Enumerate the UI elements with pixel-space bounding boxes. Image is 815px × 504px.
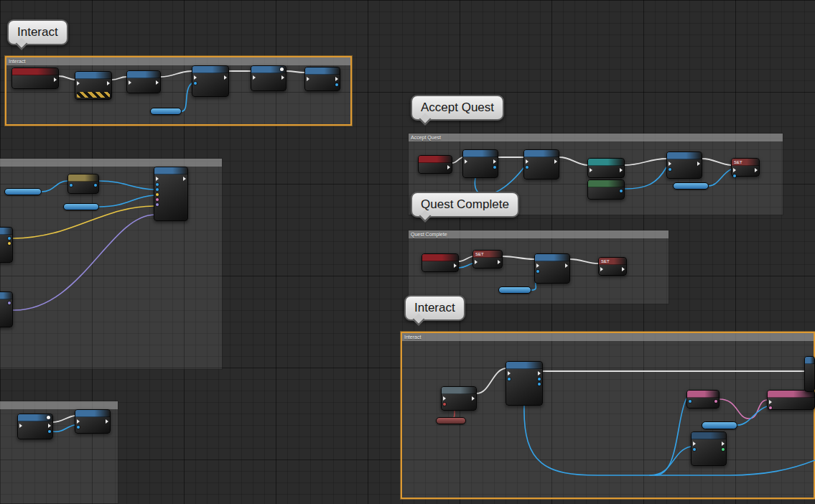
macro-node[interactable] (75, 71, 112, 100)
exec-pin-icon[interactable] (600, 267, 603, 271)
comment-box-title[interactable]: Quest Complete (409, 230, 669, 238)
function-node[interactable] (523, 149, 559, 179)
pure-node[interactable] (686, 390, 719, 409)
comment-box-title[interactable] (0, 401, 118, 409)
function-node[interactable] (192, 65, 229, 97)
variable-pill[interactable] (702, 421, 737, 429)
data-pin-icon[interactable] (722, 448, 725, 451)
function-node[interactable] (767, 390, 815, 410)
data-pin-icon[interactable] (538, 383, 541, 386)
exec-pin-icon[interactable] (475, 260, 478, 264)
exec-pin-icon[interactable] (129, 80, 131, 85)
exec-pin-icon[interactable] (194, 75, 197, 80)
comment-bubble[interactable]: Interact (7, 19, 68, 45)
delegate-pin-icon[interactable] (47, 416, 50, 419)
exec-pin-icon[interactable] (538, 371, 541, 375)
data-pin-icon[interactable] (156, 188, 159, 191)
data-pin-icon[interactable] (8, 242, 11, 245)
exec-pin-icon[interactable] (590, 168, 592, 172)
exec-pin-icon[interactable] (697, 162, 700, 166)
exec-pin-icon[interactable] (224, 75, 227, 80)
exec-pin-icon[interactable] (307, 77, 309, 81)
variable-pill[interactable] (150, 108, 182, 115)
event-node[interactable] (422, 253, 459, 272)
function-node[interactable] (441, 386, 477, 411)
exec-pin-icon[interactable] (443, 396, 446, 401)
set-node[interactable]: SET (598, 257, 627, 276)
comment-bubble[interactable]: Accept Quest (411, 95, 504, 121)
exec-pin-icon[interactable] (472, 396, 475, 401)
data-pin-icon[interactable] (689, 400, 691, 403)
exec-pin-icon[interactable] (156, 80, 159, 85)
comment-box[interactable]: Interact (5, 56, 352, 126)
function-node[interactable] (0, 291, 13, 327)
exec-pin-icon[interactable] (508, 371, 511, 375)
exec-pin-icon[interactable] (755, 168, 758, 172)
exec-pin-icon[interactable] (498, 260, 500, 264)
variable-pill[interactable] (436, 417, 466, 424)
exec-pin-icon[interactable] (565, 263, 568, 268)
comment-box[interactable]: Interact (401, 332, 815, 499)
variable-pill[interactable] (498, 286, 531, 294)
exec-pin-icon[interactable] (48, 424, 51, 428)
exec-pin-icon[interactable] (253, 75, 256, 80)
exec-pin-icon[interactable] (77, 419, 80, 424)
data-pin-icon[interactable] (94, 184, 97, 187)
exec-pin-icon[interactable] (669, 162, 671, 166)
comment-bubble[interactable]: Quest Complete (411, 192, 519, 218)
function-node[interactable] (804, 356, 815, 392)
exec-pin-icon[interactable] (54, 78, 57, 82)
exec-pin-icon[interactable] (620, 168, 623, 172)
comment-bubble[interactable]: Interact (404, 295, 465, 321)
data-pin-icon[interactable] (335, 83, 338, 86)
function-node[interactable] (304, 67, 340, 91)
exec-pin-icon[interactable] (454, 263, 457, 268)
comment-box-title[interactable]: Interact (6, 57, 350, 65)
comment-box-title[interactable] (0, 159, 222, 167)
pure-node[interactable] (67, 174, 99, 194)
exec-pin-icon[interactable] (693, 442, 696, 446)
data-pin-icon[interactable] (156, 203, 159, 206)
data-pin-icon[interactable] (669, 168, 671, 171)
function-node[interactable] (462, 149, 498, 178)
data-pin-icon[interactable] (48, 430, 51, 433)
exec-pin-icon[interactable] (622, 267, 625, 271)
exec-pin-icon[interactable] (77, 81, 80, 85)
data-pin-icon[interactable] (70, 184, 73, 187)
exec-pin-icon[interactable] (493, 159, 496, 164)
event-node[interactable] (418, 155, 452, 174)
exec-pin-icon[interactable] (526, 159, 528, 164)
function-node[interactable] (75, 409, 111, 434)
exec-pin-icon[interactable] (769, 400, 772, 404)
function-node[interactable] (666, 151, 702, 179)
exec-pin-icon[interactable] (447, 165, 450, 169)
exec-pin-icon[interactable] (107, 81, 110, 85)
data-pin-icon[interactable] (693, 448, 696, 451)
function-node[interactable] (0, 227, 13, 263)
variable-pill[interactable] (673, 182, 709, 190)
blueprint-graph-canvas[interactable]: InteractAccept QuestQuest CompleteIntera… (0, 0, 815, 504)
data-pin-icon[interactable] (733, 174, 736, 177)
event-node[interactable] (11, 67, 59, 89)
comment-box-title[interactable]: Interact (402, 333, 814, 341)
data-pin-icon[interactable] (769, 406, 772, 409)
comment-box-title[interactable]: Accept Quest (409, 134, 783, 141)
function-node[interactable] (154, 167, 188, 221)
data-pin-icon[interactable] (8, 302, 11, 304)
function-node[interactable] (691, 431, 727, 466)
data-pin-icon[interactable] (620, 190, 623, 192)
exec-pin-icon[interactable] (465, 159, 467, 164)
data-pin-icon[interactable] (156, 193, 159, 196)
exec-pin-icon[interactable] (183, 177, 186, 181)
exec-pin-icon[interactable] (281, 75, 284, 80)
variable-pill[interactable] (4, 188, 42, 195)
pure-node[interactable] (587, 179, 625, 200)
data-pin-icon[interactable] (538, 378, 541, 381)
set-node[interactable]: SET (731, 158, 760, 177)
exec-pin-icon[interactable] (554, 159, 557, 164)
exec-pin-icon[interactable] (733, 168, 736, 172)
function-node[interactable] (251, 65, 287, 91)
data-pin-icon[interactable] (714, 400, 717, 403)
data-pin-icon[interactable] (156, 198, 159, 201)
data-pin-icon[interactable] (536, 270, 539, 273)
